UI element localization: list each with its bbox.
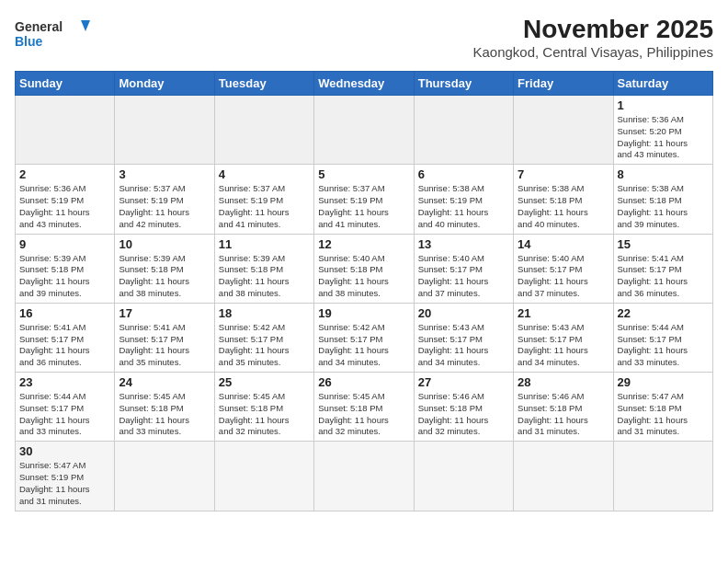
day-info: Sunrise: 5:44 AMSunset: 5:17 PMDaylight:… bbox=[19, 391, 110, 438]
calendar-cell: 26Sunrise: 5:45 AMSunset: 5:18 PMDayligh… bbox=[314, 373, 414, 442]
calendar-week-row: 2Sunrise: 5:36 AMSunset: 5:19 PMDaylight… bbox=[16, 165, 713, 234]
page-header: General Blue November 2025 Kaongkod, Cen… bbox=[15, 15, 713, 60]
svg-marker-2 bbox=[81, 20, 90, 31]
day-number: 29 bbox=[618, 375, 709, 389]
day-number: 6 bbox=[418, 167, 509, 181]
calendar-cell: 11Sunrise: 5:39 AMSunset: 5:18 PMDayligh… bbox=[214, 234, 313, 303]
calendar-cell: 17Sunrise: 5:41 AMSunset: 5:17 PMDayligh… bbox=[115, 303, 214, 372]
day-info: Sunrise: 5:46 AMSunset: 5:18 PMDaylight:… bbox=[418, 391, 509, 438]
calendar-cell: 9Sunrise: 5:39 AMSunset: 5:18 PMDaylight… bbox=[16, 234, 115, 303]
calendar-header-tuesday: Tuesday bbox=[214, 72, 313, 96]
calendar-cell: 3Sunrise: 5:37 AMSunset: 5:19 PMDaylight… bbox=[115, 165, 214, 234]
day-number: 25 bbox=[219, 375, 310, 389]
calendar-cell bbox=[514, 442, 613, 511]
calendar-cell: 28Sunrise: 5:46 AMSunset: 5:18 PMDayligh… bbox=[514, 373, 613, 442]
day-number: 26 bbox=[318, 375, 409, 389]
day-info: Sunrise: 5:46 AMSunset: 5:18 PMDaylight:… bbox=[518, 391, 609, 438]
calendar-cell: 5Sunrise: 5:37 AMSunset: 5:19 PMDaylight… bbox=[314, 165, 414, 234]
calendar-cell: 12Sunrise: 5:40 AMSunset: 5:18 PMDayligh… bbox=[314, 234, 414, 303]
calendar-cell: 15Sunrise: 5:41 AMSunset: 5:17 PMDayligh… bbox=[613, 234, 712, 303]
day-number: 9 bbox=[19, 237, 110, 251]
day-info: Sunrise: 5:45 AMSunset: 5:18 PMDaylight:… bbox=[318, 391, 409, 438]
day-number: 15 bbox=[618, 237, 709, 251]
calendar-cell bbox=[414, 96, 513, 165]
day-info: Sunrise: 5:43 AMSunset: 5:17 PMDaylight:… bbox=[418, 322, 509, 369]
day-number: 21 bbox=[518, 306, 609, 320]
calendar-cell bbox=[613, 442, 712, 511]
day-number: 22 bbox=[618, 306, 709, 320]
svg-text:General: General bbox=[15, 19, 63, 34]
day-number: 10 bbox=[119, 237, 210, 251]
day-info: Sunrise: 5:44 AMSunset: 5:17 PMDaylight:… bbox=[618, 322, 709, 369]
calendar-week-row: 9Sunrise: 5:39 AMSunset: 5:18 PMDaylight… bbox=[16, 234, 713, 303]
calendar-cell: 24Sunrise: 5:45 AMSunset: 5:18 PMDayligh… bbox=[115, 373, 214, 442]
calendar-cell: 10Sunrise: 5:39 AMSunset: 5:18 PMDayligh… bbox=[115, 234, 214, 303]
calendar-cell bbox=[115, 442, 214, 511]
calendar-cell bbox=[314, 96, 414, 165]
calendar-cell: 19Sunrise: 5:42 AMSunset: 5:17 PMDayligh… bbox=[314, 303, 414, 372]
day-number: 12 bbox=[318, 237, 409, 251]
calendar-cell: 1Sunrise: 5:36 AMSunset: 5:20 PMDaylight… bbox=[613, 96, 712, 165]
day-number: 2 bbox=[19, 167, 110, 181]
day-info: Sunrise: 5:39 AMSunset: 5:18 PMDaylight:… bbox=[19, 253, 110, 300]
day-info: Sunrise: 5:41 AMSunset: 5:17 PMDaylight:… bbox=[19, 322, 110, 369]
calendar-week-row: 30Sunrise: 5:47 AMSunset: 5:19 PMDayligh… bbox=[16, 442, 713, 511]
calendar-cell: 22Sunrise: 5:44 AMSunset: 5:17 PMDayligh… bbox=[613, 303, 712, 372]
day-number: 24 bbox=[119, 375, 210, 389]
day-number: 4 bbox=[219, 167, 310, 181]
calendar-cell: 2Sunrise: 5:36 AMSunset: 5:19 PMDaylight… bbox=[16, 165, 115, 234]
day-number: 14 bbox=[518, 237, 609, 251]
day-number: 23 bbox=[19, 375, 110, 389]
calendar-cell: 21Sunrise: 5:43 AMSunset: 5:17 PMDayligh… bbox=[514, 303, 613, 372]
calendar-cell bbox=[414, 442, 513, 511]
calendar-cell: 30Sunrise: 5:47 AMSunset: 5:19 PMDayligh… bbox=[16, 442, 115, 511]
day-number: 18 bbox=[219, 306, 310, 320]
calendar-week-row: 16Sunrise: 5:41 AMSunset: 5:17 PMDayligh… bbox=[16, 303, 713, 372]
day-info: Sunrise: 5:37 AMSunset: 5:19 PMDaylight:… bbox=[318, 183, 409, 230]
day-info: Sunrise: 5:38 AMSunset: 5:18 PMDaylight:… bbox=[618, 183, 709, 230]
day-info: Sunrise: 5:42 AMSunset: 5:17 PMDaylight:… bbox=[318, 322, 409, 369]
svg-text:Blue: Blue bbox=[15, 34, 43, 49]
day-info: Sunrise: 5:37 AMSunset: 5:19 PMDaylight:… bbox=[219, 183, 310, 230]
day-info: Sunrise: 5:36 AMSunset: 5:19 PMDaylight:… bbox=[19, 183, 110, 230]
day-number: 16 bbox=[19, 306, 110, 320]
calendar-cell: 18Sunrise: 5:42 AMSunset: 5:17 PMDayligh… bbox=[214, 303, 313, 372]
calendar-table: SundayMondayTuesdayWednesdayThursdayFrid… bbox=[15, 71, 713, 511]
day-info: Sunrise: 5:38 AMSunset: 5:18 PMDaylight:… bbox=[518, 183, 609, 230]
calendar-cell: 25Sunrise: 5:45 AMSunset: 5:18 PMDayligh… bbox=[214, 373, 313, 442]
calendar-cell: 23Sunrise: 5:44 AMSunset: 5:17 PMDayligh… bbox=[16, 373, 115, 442]
day-number: 8 bbox=[618, 167, 709, 181]
calendar-cell bbox=[16, 96, 115, 165]
calendar-header-thursday: Thursday bbox=[414, 72, 513, 96]
day-number: 20 bbox=[418, 306, 509, 320]
day-number: 5 bbox=[318, 167, 409, 181]
logo: General Blue bbox=[15, 15, 97, 55]
day-info: Sunrise: 5:43 AMSunset: 5:17 PMDaylight:… bbox=[518, 322, 609, 369]
calendar-header-saturday: Saturday bbox=[613, 72, 712, 96]
calendar-header-friday: Friday bbox=[514, 72, 613, 96]
day-info: Sunrise: 5:47 AMSunset: 5:18 PMDaylight:… bbox=[618, 391, 709, 438]
page-title: November 2025 bbox=[472, 15, 713, 44]
day-number: 28 bbox=[518, 375, 609, 389]
day-info: Sunrise: 5:38 AMSunset: 5:19 PMDaylight:… bbox=[418, 183, 509, 230]
day-number: 19 bbox=[318, 306, 409, 320]
calendar-cell: 20Sunrise: 5:43 AMSunset: 5:17 PMDayligh… bbox=[414, 303, 513, 372]
calendar-cell: 4Sunrise: 5:37 AMSunset: 5:19 PMDaylight… bbox=[214, 165, 313, 234]
calendar-cell: 16Sunrise: 5:41 AMSunset: 5:17 PMDayligh… bbox=[16, 303, 115, 372]
calendar-week-row: 23Sunrise: 5:44 AMSunset: 5:17 PMDayligh… bbox=[16, 373, 713, 442]
calendar-cell: 27Sunrise: 5:46 AMSunset: 5:18 PMDayligh… bbox=[414, 373, 513, 442]
page-subtitle: Kaongkod, Central Visayas, Philippines bbox=[472, 44, 713, 60]
day-info: Sunrise: 5:40 AMSunset: 5:17 PMDaylight:… bbox=[418, 253, 509, 300]
day-info: Sunrise: 5:39 AMSunset: 5:18 PMDaylight:… bbox=[219, 253, 310, 300]
day-number: 11 bbox=[219, 237, 310, 251]
day-number: 17 bbox=[119, 306, 210, 320]
day-number: 7 bbox=[518, 167, 609, 181]
calendar-cell: 7Sunrise: 5:38 AMSunset: 5:18 PMDaylight… bbox=[514, 165, 613, 234]
day-info: Sunrise: 5:37 AMSunset: 5:19 PMDaylight:… bbox=[119, 183, 210, 230]
calendar-cell: 29Sunrise: 5:47 AMSunset: 5:18 PMDayligh… bbox=[613, 373, 712, 442]
day-number: 27 bbox=[418, 375, 509, 389]
calendar-cell bbox=[214, 442, 313, 511]
calendar-header-wednesday: Wednesday bbox=[314, 72, 414, 96]
day-info: Sunrise: 5:36 AMSunset: 5:20 PMDaylight:… bbox=[618, 114, 709, 161]
calendar-header-row: SundayMondayTuesdayWednesdayThursdayFrid… bbox=[16, 72, 713, 96]
